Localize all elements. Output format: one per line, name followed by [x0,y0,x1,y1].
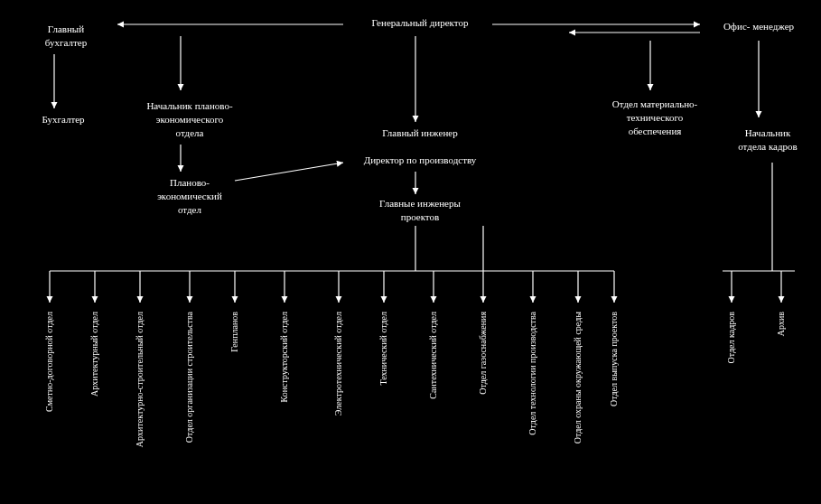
dept-0: Сметно-договорной отдел [43,312,55,412]
node-planning-dept: Планово- экономический отдел [135,176,244,217]
dept-6: Электротехнический отдел [332,312,344,415]
node-chief-accountant: Главный бухгалтер [25,23,107,50]
dept-7: Технический отдел [378,312,389,386]
node-production-director: Директор по производству [334,154,506,167]
node-office-manager: Офис- менеджер [704,20,813,33]
dept-8: Сантехнический отдел [427,312,439,399]
dept-4: Генпланов [229,312,240,352]
dept-5: Конструкторский отдел [278,312,290,402]
dept-12: Отдел выпуска проектов [608,312,620,406]
node-chief-engineer: Главный инженер [357,126,483,140]
dept-10: Отдел технологии производства [527,312,538,435]
svg-line-7 [235,163,343,181]
dept-3: Отдел организации строительства [183,312,195,443]
connectors [0,0,821,504]
node-accountant: Бухгалтер [27,113,99,126]
dept-11: Отдел охраны окружающей среды [572,312,583,443]
dept-1: Архитектурный отдел [89,312,100,397]
dept-14: Архив [775,312,787,336]
node-mto: Отдел материально- технического обеспече… [587,98,723,138]
dept-9: Отдел газоснабжения [477,312,489,395]
dept-2: Архитектурно-строительный отдел [134,312,145,447]
node-head-planning: Начальник планово- экономического отдела [126,99,253,140]
node-chief-project-engineers: Главные инженеры проектов [361,197,479,224]
dept-13: Отдел кадров [725,312,737,363]
node-hr-head: Начальник отдела кадров [723,126,813,154]
node-general-director: Генеральный директор [343,16,497,30]
